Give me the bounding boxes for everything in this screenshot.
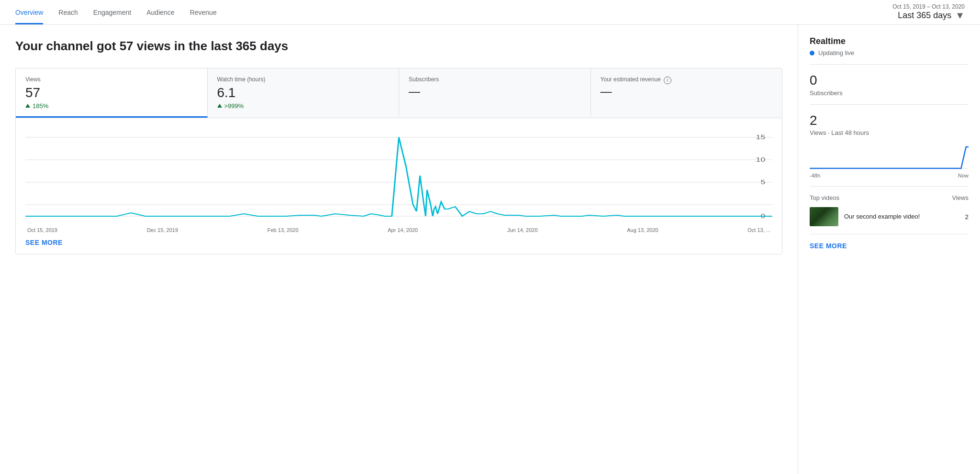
stat-label-row-revenue: Your estimated revenue i [601,76,773,85]
mini-chart-svg [810,142,969,171]
mini-chart-label-right: Now [958,173,969,178]
tab-revenue[interactable]: Revenue [190,0,217,24]
x-label-1: Oct 15, 2019 [27,227,57,233]
stat-tab-watch-time[interactable]: Watch time (hours) 6.1 >999% [208,68,400,118]
x-label-5: Jun 14, 2020 [507,227,538,233]
date-range-small: Oct 15, 2019 – Oct 13, 2020 [892,3,965,10]
sidebar-views-label: Views · Last 48 hours [810,129,969,136]
info-icon[interactable]: i [664,77,671,84]
x-label-7: Oct 13, ... [747,227,770,233]
chevron-down-icon: ▼ [955,10,965,21]
date-range-selector[interactable]: Last 365 days ▼ [898,10,965,21]
mini-chart [810,142,969,171]
arrow-up-icon [217,104,222,108]
stat-label-subscribers: Subscribers [409,76,581,83]
chart-x-labels: Oct 15, 2019 Dec 15, 2019 Feb 13, 2020 A… [25,227,772,233]
mini-chart-label-left: -48h [810,173,820,178]
x-label-4: Apr 14, 2020 [388,227,418,233]
top-videos-header: Top videos Views [810,194,969,201]
video-thumb-bg [810,207,838,226]
stat-tab-subscribers[interactable]: Subscribers — [399,68,591,118]
video-views: 2 [965,213,969,220]
see-more-button[interactable]: SEE MORE [25,239,63,246]
nav-tabs: Overview Reach Engagement Audience Reven… [15,0,217,24]
tab-audience[interactable]: Audience [146,0,174,24]
stat-tab-revenue[interactable]: Your estimated revenue i — [591,68,782,118]
chart-svg: 15 10 5 0 [25,128,772,223]
main-layout: Your channel got 57 views in the last 36… [0,25,980,474]
divider-2 [810,104,969,105]
tab-overview[interactable]: Overview [15,0,43,24]
divider-3 [810,186,969,187]
mini-chart-labels: -48h Now [810,173,969,178]
divider-1 [810,64,969,65]
live-dot-icon [810,51,814,55]
stat-value-revenue: — [601,85,773,99]
stat-value-watch-time: 6.1 [217,85,390,101]
x-label-2: Dec 15, 2019 [147,227,178,233]
views-col-label: Views [952,194,969,201]
stat-value-views: 57 [25,85,198,101]
divider-4 [810,234,969,234]
tab-reach[interactable]: Reach [58,0,78,24]
date-range-area: Oct 15, 2019 – Oct 13, 2020 Last 365 day… [892,3,965,21]
sidebar-see-more-button[interactable]: SEE MORE [810,242,969,250]
stat-tab-views[interactable]: Views 57 185% [16,68,208,118]
main-content: Your channel got 57 views in the last 36… [0,25,798,474]
top-nav: Overview Reach Engagement Audience Reven… [0,0,980,25]
top-videos-label: Top videos [810,194,839,201]
x-label-6: Aug 13, 2020 [627,227,658,233]
svg-text:10: 10 [756,156,766,163]
realtime-title: Realtime [810,36,969,46]
live-indicator: Updating live [810,49,969,56]
arrow-up-icon [25,104,30,108]
chart-container: 15 10 5 0 [25,128,772,223]
stat-label-views: Views [25,76,198,83]
svg-text:15: 15 [756,134,766,141]
tab-engagement[interactable]: Engagement [93,0,131,24]
stat-label-watch-time: Watch time (hours) [217,76,390,83]
sidebar-views-value: 2 [810,112,969,129]
stat-change-watch-time: >999% [217,102,390,110]
svg-text:5: 5 [760,179,765,186]
sidebar-subscribers-value: 0 [810,72,969,88]
sidebar-subscribers-label: Subscribers [810,89,969,97]
video-thumbnail [810,207,838,226]
stats-panel: Views 57 185% Watch time (hours) 6.1 >99… [15,68,782,255]
stat-label-revenue: Your estimated revenue [601,76,661,83]
live-label: Updating live [818,49,854,56]
stat-change-views: 185% [25,102,198,110]
page-title: Your channel got 57 views in the last 36… [15,38,782,55]
stats-tabs: Views 57 185% Watch time (hours) 6.1 >99… [16,68,782,118]
stat-value-subscribers: — [409,85,581,99]
video-title: Our second example video! [844,213,959,221]
x-label-3: Feb 13, 2020 [267,227,299,233]
chart-area: 15 10 5 0 Oct 15, 2019 Dec 15, 2019 Feb … [16,118,782,254]
sidebar: Realtime Updating live 0 Subscribers 2 V… [798,25,980,474]
video-item: Our second example video! 2 [810,207,969,226]
